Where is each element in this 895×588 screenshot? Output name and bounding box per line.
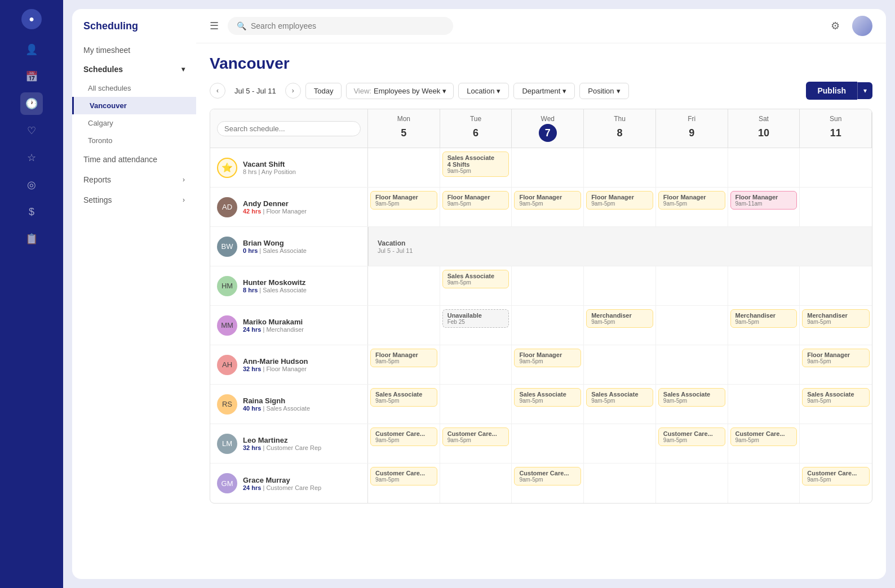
shift-block[interactable]: Customer Care...9am-5pm: [514, 467, 581, 485]
nav-schedules-section[interactable]: Schedules ▾: [72, 59, 196, 79]
raina-mon[interactable]: Sales Associate9am-5pm: [368, 385, 440, 424]
vacant-shift-tue[interactable]: Sales Associate 4 Shifts 9am-5pm: [440, 148, 512, 187]
search-input[interactable]: [251, 21, 444, 30]
andy-tue[interactable]: Floor Manager9am-5pm: [440, 188, 512, 226]
andy-mon[interactable]: Floor Manager9am-5pm: [368, 188, 440, 226]
next-week-button[interactable]: ›: [285, 83, 301, 99]
shift-block[interactable]: Customer Care...9am-5pm: [658, 427, 725, 446]
mariko-tue[interactable]: UnavailableFeb 25: [440, 306, 512, 345]
annmarie-avatar: AH: [217, 355, 237, 375]
shift-block[interactable]: Floor Manager9am-5pm: [802, 349, 870, 367]
sidebar-icon-clock[interactable]: 🕐: [20, 92, 43, 115]
annmarie-wed[interactable]: Floor Manager9am-5pm: [512, 345, 584, 384]
publish-button[interactable]: Publish: [806, 82, 857, 100]
mariko-thu[interactable]: Merchandiser9am-5pm: [584, 306, 656, 345]
hamburger-icon[interactable]: ☰: [210, 20, 219, 32]
shift-block[interactable]: Customer Care...9am-5pm: [442, 427, 509, 446]
position-dropdown[interactable]: Position ▾: [579, 83, 628, 99]
annmarie-mon[interactable]: Floor Manager9am-5pm: [368, 345, 440, 384]
day-header-thu: Thu 8: [584, 109, 656, 148]
nav-my-timesheet[interactable]: My timesheet: [72, 41, 196, 59]
vacant-meta: 8 hrs | Any Position: [243, 168, 361, 175]
andy-thu[interactable]: Floor Manager9am-5pm: [584, 188, 656, 226]
leo-mon[interactable]: Customer Care...9am-5pm: [368, 424, 440, 463]
nav-vancouver[interactable]: Vancouver: [72, 97, 196, 114]
grace-employee-cell: GM Grace Murray 24 hrs | Customer Care R…: [210, 464, 368, 503]
andy-fri[interactable]: Floor Manager9am-5pm: [656, 188, 728, 226]
shift-block[interactable]: Floor Manager9am-5pm: [442, 191, 509, 210]
mariko-avatar: MM: [217, 315, 237, 336]
shift-block[interactable]: Customer Care...9am-5pm: [370, 427, 437, 446]
raina-sun[interactable]: Sales Associate9am-5pm: [800, 385, 872, 424]
leo-tue[interactable]: Customer Care...9am-5pm: [440, 424, 512, 463]
shift-block[interactable]: Floor Manager9am-5pm: [370, 191, 437, 210]
shift-block[interactable]: Sales Associate9am-5pm: [802, 388, 870, 407]
grace-mon[interactable]: Customer Care...9am-5pm: [368, 464, 440, 503]
shift-block[interactable]: Floor Manager9am-5pm: [658, 191, 725, 210]
hunter-fri: [656, 266, 728, 305]
nav-reports[interactable]: Reports ›: [72, 170, 196, 190]
sidebar: ● 👤 📅 🕐 ♡ ☆ ◎ $ 📋: [0, 0, 63, 588]
publish-dropdown-button[interactable]: ▾: [857, 82, 872, 99]
shift-block[interactable]: Sales Associate9am-5pm: [370, 388, 437, 407]
app-logo[interactable]: ●: [21, 9, 42, 29]
shift-block[interactable]: Sales Associate9am-5pm: [442, 270, 509, 288]
annmarie-sun[interactable]: Floor Manager9am-5pm: [800, 345, 872, 384]
shift-block[interactable]: Floor Manager9am-11am: [730, 191, 797, 210]
sidebar-icon-calendar[interactable]: 📅: [20, 65, 43, 88]
shift-block[interactable]: Customer Care...9am-5pm: [730, 427, 797, 446]
user-avatar[interactable]: [852, 16, 872, 36]
nav-settings[interactable]: Settings ›: [72, 190, 196, 210]
shift-block[interactable]: Merchandiser9am-5pm: [586, 309, 653, 328]
shift-block[interactable]: Sales Associate9am-5pm: [586, 388, 653, 407]
nav-toronto[interactable]: Toronto: [72, 132, 196, 149]
nav-calgary[interactable]: Calgary: [72, 114, 196, 132]
grid-search-input[interactable]: [217, 121, 361, 136]
mariko-sat[interactable]: Merchandiser9am-5pm: [728, 306, 800, 345]
location-dropdown[interactable]: Location ▾: [458, 83, 509, 99]
row-annmarie: AH Ann-Marie Hudson 32 hrs | Floor Manag…: [210, 345, 872, 385]
view-dropdown[interactable]: View: Employees by Week ▾: [346, 83, 454, 99]
row-raina: RS Raina Signh 40 hrs | Sales Associate …: [210, 385, 872, 424]
shift-block[interactable]: Merchandiser9am-5pm: [730, 309, 797, 328]
shift-block[interactable]: Floor Manager9am-5pm: [514, 191, 581, 210]
schedules-chevron: ▾: [181, 65, 185, 73]
grace-thu: [584, 464, 656, 503]
shift-block[interactable]: Customer Care...9am-5pm: [370, 467, 437, 485]
sidebar-icon-dollar[interactable]: $: [20, 201, 43, 223]
sidebar-icon-heart[interactable]: ♡: [20, 119, 43, 142]
raina-fri[interactable]: Sales Associate9am-5pm: [656, 385, 728, 424]
shift-block[interactable]: Floor Manager9am-5pm: [514, 349, 581, 367]
today-button[interactable]: Today: [305, 83, 342, 99]
grace-sun[interactable]: Customer Care...9am-5pm: [800, 464, 872, 503]
nav-time-attendance[interactable]: Time and attendance: [72, 149, 196, 170]
andy-wed[interactable]: Floor Manager9am-5pm: [512, 188, 584, 226]
shift-block[interactable]: Floor Manager9am-5pm: [370, 349, 437, 367]
hunter-tue[interactable]: Sales Associate9am-5pm: [440, 266, 512, 305]
shift-block[interactable]: Floor Manager9am-5pm: [586, 191, 653, 210]
mariko-sun[interactable]: Merchandiser9am-5pm: [800, 306, 872, 345]
vacation-span: Vacation Jul 5 - Jul 11: [368, 227, 872, 266]
shift-block[interactable]: Merchandiser9am-5pm: [802, 309, 870, 328]
date-range: Jul 5 - Jul 11: [230, 87, 281, 95]
shift-block[interactable]: Customer Care...9am-5pm: [802, 467, 870, 485]
top-bar-right: ⚙: [825, 16, 872, 36]
prev-week-button[interactable]: ‹: [210, 83, 225, 99]
nav-all-schedules[interactable]: All schedules: [72, 79, 196, 97]
shift-block[interactable]: Sales Associate9am-5pm: [514, 388, 581, 407]
raina-wed[interactable]: Sales Associate9am-5pm: [512, 385, 584, 424]
shift-block[interactable]: Sales Associate9am-5pm: [658, 388, 725, 407]
sidebar-icon-user-circle[interactable]: ◎: [20, 173, 43, 196]
vacant-shift-block[interactable]: Sales Associate 4 Shifts 9am-5pm: [442, 152, 509, 177]
sidebar-icon-star[interactable]: ☆: [20, 146, 43, 169]
shift-block[interactable]: UnavailableFeb 25: [442, 309, 509, 328]
leo-fri[interactable]: Customer Care...9am-5pm: [656, 424, 728, 463]
sidebar-icon-people[interactable]: 👤: [20, 38, 43, 61]
department-dropdown[interactable]: Department ▾: [513, 83, 575, 99]
sidebar-icon-clipboard[interactable]: 📋: [20, 228, 43, 250]
leo-sat[interactable]: Customer Care...9am-5pm: [728, 424, 800, 463]
raina-thu[interactable]: Sales Associate9am-5pm: [584, 385, 656, 424]
grace-wed[interactable]: Customer Care...9am-5pm: [512, 464, 584, 503]
settings-icon[interactable]: ⚙: [825, 16, 845, 36]
andy-sat[interactable]: Floor Manager9am-11am: [728, 188, 800, 226]
